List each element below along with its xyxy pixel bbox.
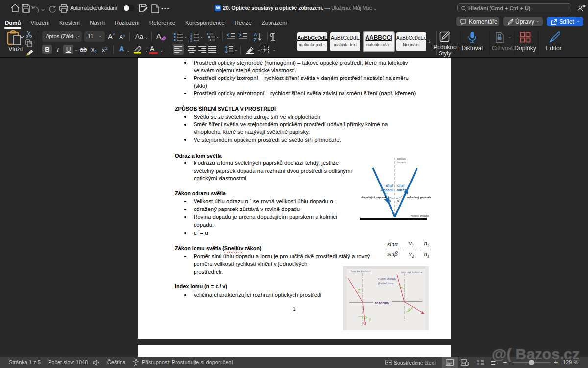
svg-text:β-úhel lomu: β-úhel lomu	[378, 282, 394, 285]
svg-text:kolmice: kolmice	[397, 158, 406, 160]
svg-text:α: α	[389, 199, 391, 202]
svg-text:β: β	[408, 308, 410, 312]
svg-text:α-úhel dopadu: α-úhel dopadu	[378, 277, 396, 280]
svg-text:odražený paprsek: odražený paprsek	[407, 196, 431, 199]
svg-text:Z: Z	[254, 37, 257, 42]
svg-text:lom ke kolmici: lom ke kolmici	[351, 270, 371, 273]
svg-text:3: 3	[190, 39, 192, 42]
svg-text:dopadu: dopadu	[381, 188, 393, 192]
svg-text:@( Bazos.cz: @( Bazos.cz	[492, 346, 580, 362]
svg-text:rovinné zrcadlo: rovinné zrcadlo	[411, 214, 429, 217]
svg-text:α΄: α΄	[397, 199, 400, 202]
svg-text:dopadající paprsek: dopadající paprsek	[361, 196, 387, 199]
svg-text:rozhraní: rozhraní	[375, 301, 390, 305]
svg-text:dopadu: dopadu	[397, 161, 406, 164]
svg-text:α: α	[399, 284, 401, 287]
svg-text:odrazu: odrazu	[397, 188, 408, 192]
svg-text:α: α	[358, 290, 360, 293]
svg-text:úhel: úhel	[397, 184, 404, 187]
svg-text:úhel: úhel	[386, 184, 393, 187]
svg-text:β: β	[369, 317, 371, 321]
